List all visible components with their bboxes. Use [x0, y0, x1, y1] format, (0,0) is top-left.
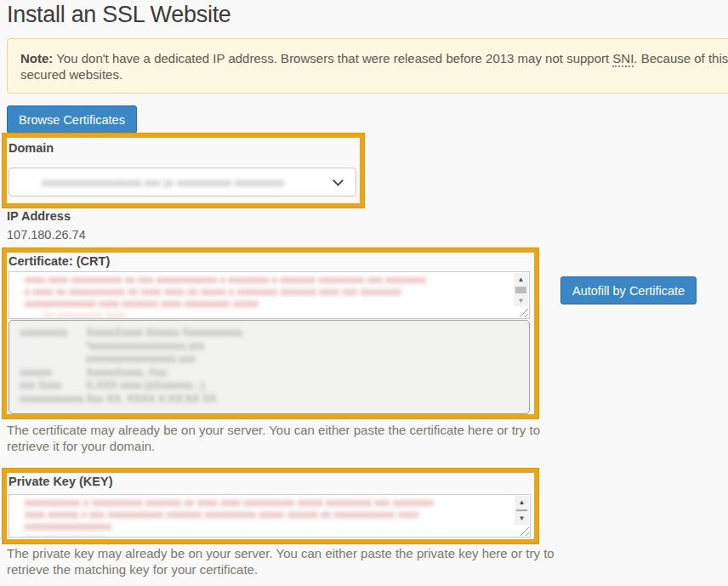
scroll-down-icon[interactable]: ▼ [515, 512, 529, 525]
note-alert: Note: You don't have a dedicated IP addr… [7, 38, 728, 94]
note-text-before-sni: You don't have a dedicated IP address. B… [53, 51, 612, 65]
domain-selected-value-redacted: xxxxxxxxxxxxxxxxxx.xxx (x xxxxxxxxxx xxx… [42, 176, 322, 189]
cert-info-value: Xxx XX, XXXX X:XX:XX XX [86, 393, 217, 407]
note-prefix: Note: [20, 51, 53, 65]
private-key-redacted-content: xxxxxxxxxxx x xxxxxxxxxx xxxxxxx xx xxxx… [9, 495, 530, 538]
browse-certificates-button[interactable]: Browse Certificates [7, 105, 137, 134]
scroll-up-icon[interactable]: ▲ [515, 496, 529, 509]
redacted-line: xxxx xxxx xxxxxxxxxx xx xxx xxxxxxxxxxxx… [25, 275, 469, 286]
cert-info-row: xxx Xxxx X,XXX xxxx (xXxxxxxx...) [20, 379, 529, 393]
page-title: Install an SSL Website [7, 2, 231, 28]
autofill-by-certificate-button[interactable]: Autofill by Certificate [560, 276, 697, 304]
scrollbar-thumb[interactable] [516, 509, 527, 511]
scroll-down-icon[interactable]: ▼ [514, 294, 528, 307]
cert-info-value: *xxxxxxxxxxxxxxxxxx.xxx [86, 340, 205, 354]
redacted-line: xxxx xxxxxx x xxx xxxxxxxxxxx xxxxxxx xx… [25, 509, 474, 521]
cert-info-label: xxxxxx [20, 367, 86, 380]
note-line1: Note: You don't have a dedicated IP addr… [20, 50, 728, 66]
certificate-helper-text: The certificate may already be on your s… [7, 422, 558, 454]
certificate-info-panel: xxxxxxxxx XxxxxXxxxx Xxxxxx Xxxxxxxxxxx … [9, 320, 530, 414]
cert-info-label [20, 353, 86, 367]
certificate-textarea[interactable]: xxxx xxxx xxxxxxxxxx xx xxx xxxxxxxxxxxx… [9, 271, 530, 319]
cert-info-label: xxx Xxxx [20, 379, 86, 393]
cert-info-row: xxxxxx XxxxxXxxxx, Xxx. [20, 367, 529, 380]
cert-info-value: XxxxxXxxxx, Xxx. [86, 367, 169, 380]
redacted-line: xxx xxxxxxxxxxxx [25, 533, 165, 538]
private-key-scrollbar[interactable]: ▲ ▼ [515, 496, 529, 525]
private-key-textarea[interactable]: xxxxxxxxxxx x xxxxxxxxxx xxxxxxx xx xxxx… [9, 494, 531, 538]
domain-label: Domain [9, 141, 54, 155]
redacted-line: xxxxxxxxxxxxxxxxx [25, 521, 125, 532]
redacted-line: x xxxx xx xxxxxxxxxxx xx xxxx xxxx xx xx… [25, 287, 457, 298]
cert-info-label: xxxxxxxxx [20, 327, 86, 340]
certificate-label: Certificate: (CRT) [9, 254, 110, 268]
scrollbar-thumb[interactable] [515, 287, 526, 293]
private-key-helper-text: The private key may already be on your s… [7, 545, 560, 577]
cert-info-row: xxxxxxxxx XxxxxXxxxx Xxxxxx Xxxxxxxxxxx [20, 327, 529, 340]
cert-info-value: xxxxxxxxxxxxxxxxx.xxx [86, 353, 195, 367]
sni-abbreviation: SNI [612, 51, 634, 67]
ip-address-label: IP Address [7, 209, 71, 223]
domain-select[interactable]: xxxxxxxxxxxxxxxxxx.xxx (x xxxxxxxxxx xxx… [9, 168, 356, 196]
certificate-redacted-content: xxxx xxxx xxxxxxxxxx xx xxx xxxxxxxxxxxx… [9, 272, 529, 319]
cert-info-row: *xxxxxxxxxxxxxxxxxx.xxx [20, 340, 529, 354]
redacted-line: xxxxxxxxxxxxxx xxxx xxxxxxx xxxx xxxxxxx… [25, 299, 318, 310]
page: Install an SSL Website Note: You don't h… [0, 0, 728, 586]
private-key-label: Private Key (KEY) [9, 475, 113, 488]
redacted-line: xx xxxxxxxxx xxxx [43, 310, 186, 319]
redacted-line: xxxxxxxxxxx x xxxxxxxxxx xxxxxxx xx xxxx… [25, 498, 484, 509]
certificate-scrollbar[interactable]: ▲ ▼ [514, 273, 528, 306]
cert-info-row: xxxxxxxxxxxxxxxxx.xxx [20, 353, 529, 367]
cert-info-value: X,XXX xxxx (xXxxxxxx...) [86, 379, 205, 393]
note-text-after-sni: . Because of this, use [634, 51, 728, 65]
chevron-down-icon [333, 175, 344, 186]
note-line2: secured websites. [20, 66, 728, 82]
ip-address-value: 107.180.26.74 [7, 228, 86, 242]
cert-info-value: XxxxxXxxxx Xxxxxx Xxxxxxxxxxx [86, 327, 242, 340]
cert-info-row: xxxxxxxxxxxx Xxx XX, XXXX X:XX:XX XX [20, 393, 529, 407]
scroll-up-icon[interactable]: ▲ [514, 273, 528, 286]
cert-info-label: xxxxxxxxxxxx [20, 393, 86, 407]
cert-info-label [20, 340, 86, 354]
